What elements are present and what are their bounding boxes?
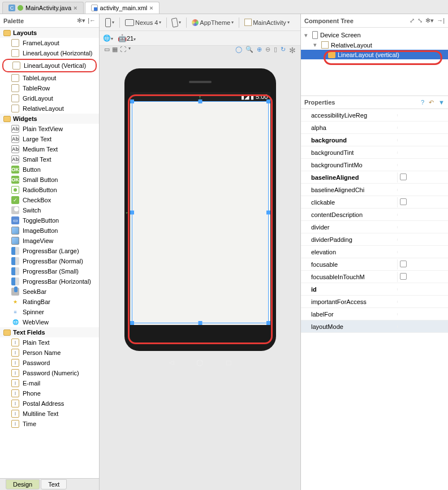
zoom-out-icon[interactable]: ⊖ — [265, 46, 270, 55]
checkbox[interactable] — [400, 174, 407, 180]
palette-item[interactable]: FrameLayout — [0, 38, 99, 48]
property-row[interactable]: contentDescription — [301, 209, 448, 221]
tab-text[interactable]: Text — [41, 479, 67, 489]
group-layouts[interactable]: Layouts — [0, 28, 99, 38]
palette-item[interactable]: AbSmall Text — [0, 154, 99, 164]
palette-item[interactable]: AbLarge Text — [0, 134, 99, 144]
checkbox[interactable] — [400, 273, 407, 280]
tab-mainactivity[interactable]: C MainActivity.java × — [2, 2, 84, 14]
design-canvas[interactable]: ▭ ▦ ⛶▾ ◯ 🔍 ⊕ ⊖ ▯ ↻ ✻ ▮◢ ▮ 5:00 — [100, 46, 300, 490]
property-row[interactable]: focusable — [301, 258, 448, 271]
property-row[interactable]: importantForAccess — [301, 296, 448, 308]
zoom-fit-icon[interactable]: 🔍 — [245, 46, 253, 55]
palette-item[interactable]: 🌐WebView — [0, 317, 99, 327]
device-btn[interactable]: ▾ — [103, 17, 117, 28]
property-value[interactable] — [397, 226, 448, 228]
palette-item[interactable]: IE-mail — [0, 378, 99, 388]
property-value[interactable] — [397, 197, 448, 207]
property-value[interactable] — [397, 139, 448, 141]
palette-item[interactable]: ProgressBar (Large) — [0, 246, 99, 256]
property-row[interactable]: background — [301, 134, 448, 146]
property-row[interactable]: id — [301, 283, 448, 296]
palette-item[interactable]: IPostal Address — [0, 398, 99, 409]
property-row[interactable]: baselineAlignedChi — [301, 184, 448, 196]
theme-selector[interactable]: AppTheme▾ — [189, 18, 236, 27]
property-row[interactable]: backgroundTintMo — [301, 159, 448, 171]
palette-item[interactable]: OKButton — [0, 164, 99, 175]
gear-icon[interactable]: ✻▾ — [77, 17, 85, 24]
palette-item[interactable]: IPhone — [0, 388, 99, 398]
expand-icon[interactable]: ⤢ — [410, 17, 415, 24]
property-row[interactable]: backgroundTint — [301, 146, 448, 159]
palette-item[interactable]: ≡Spinner — [0, 307, 99, 317]
properties-list[interactable]: accessibilityLiveRegalphabackgroundbackg… — [301, 109, 448, 490]
tree-node-linearlayout[interactable]: LinearLayout (vertical) — [301, 50, 448, 59]
palette-item[interactable]: IPassword (Numeric) — [0, 368, 99, 378]
palette-item[interactable]: IPassword — [0, 358, 99, 368]
palette-item[interactable]: TableRow — [0, 83, 99, 93]
checkbox[interactable] — [400, 261, 407, 267]
property-value[interactable] — [397, 313, 448, 315]
property-value[interactable] — [397, 251, 448, 253]
property-value[interactable] — [397, 259, 448, 270]
palette-item[interactable]: ▭ToggleButton — [0, 215, 99, 226]
palette-item[interactable]: ProgressBar (Small) — [0, 266, 99, 276]
palette-item[interactable]: IPerson Name — [0, 348, 99, 358]
component-tree[interactable]: ▾Device Screen ▾RelativeLayout LinearLay… — [301, 28, 448, 96]
close-icon[interactable]: × — [74, 5, 77, 11]
palette-item[interactable]: ★RatingBar — [0, 297, 99, 307]
property-row[interactable]: elevation — [301, 246, 448, 258]
property-row[interactable]: divider — [301, 221, 448, 233]
expand-icon[interactable]: ⛶ — [120, 46, 126, 53]
device-selector[interactable]: Nexus 4▾ — [123, 18, 163, 27]
property-value[interactable] — [397, 301, 448, 303]
palette-item[interactable]: ImageButton — [0, 226, 99, 236]
palette-item[interactable]: TableLayout — [0, 73, 99, 83]
property-value[interactable] — [397, 214, 448, 216]
property-row[interactable]: accessibilityLiveReg — [301, 109, 448, 122]
property-row[interactable]: alpha — [301, 122, 448, 134]
property-row[interactable]: clickable — [301, 196, 448, 209]
palette-item[interactable]: RelativeLayout — [0, 103, 99, 114]
tree-node-relativelayout[interactable]: ▾RelativeLayout — [301, 40, 448, 50]
property-value[interactable] — [397, 272, 448, 282]
property-value[interactable] — [397, 288, 448, 290]
palette-item[interactable]: AbMedium Text — [0, 144, 99, 154]
orientation-btn[interactable]: ▾ — [170, 17, 183, 28]
property-row[interactable]: baselineAligned — [301, 171, 448, 184]
tab-design[interactable]: Design — [6, 479, 40, 489]
align-icon[interactable]: ▦ — [112, 46, 118, 53]
gear-icon[interactable]: ✻ — [289, 46, 296, 55]
checkbox[interactable] — [400, 198, 407, 205]
property-row[interactable]: labelFor — [301, 308, 448, 320]
group-textfields[interactable]: Text Fields — [0, 327, 99, 337]
property-value[interactable] — [397, 172, 448, 183]
tab-activitymain[interactable]: activity_main.xml × — [85, 2, 160, 14]
palette-item[interactable]: SeekBar — [0, 287, 99, 297]
property-row[interactable]: focusableInTouchM — [301, 271, 448, 283]
palette-item[interactable]: ProgressBar (Horizontal) — [0, 276, 99, 287]
palette-item[interactable]: ProgressBar (Normal) — [0, 256, 99, 266]
collapse-icon[interactable]: ⤡ — [417, 17, 423, 24]
palette-item[interactable]: IMultiline Text — [0, 409, 99, 419]
capture-icon[interactable]: ▯ — [274, 46, 277, 55]
palette-item[interactable]: GridLayout — [0, 93, 99, 103]
reset-icon[interactable]: ↻ — [281, 46, 286, 55]
palette-item[interactable]: LinearLayout (Vertical) — [2, 59, 97, 72]
property-value[interactable] — [397, 326, 448, 328]
property-value[interactable] — [397, 239, 448, 241]
nowrap-icon[interactable]: ▭ — [104, 46, 110, 53]
palette-item[interactable]: AbPlain TextView — [0, 124, 99, 134]
palette-item[interactable]: LinearLayout (Horizontal) — [0, 48, 99, 58]
tree-node-device[interactable]: ▾Device Screen — [301, 30, 448, 40]
device-screen[interactable]: ▮◢ ▮ 5:00 ↑ ← — [130, 92, 270, 325]
arrow-icon[interactable]: |← — [88, 17, 96, 24]
palette-item[interactable]: Switch — [0, 205, 99, 215]
undo-icon[interactable]: ↶ — [429, 99, 434, 106]
hide-icon[interactable]: →| — [437, 17, 445, 24]
palette-item[interactable]: IPlain Text — [0, 337, 99, 348]
api-selector[interactable]: 🤖21▾ — [118, 34, 136, 42]
palette-item[interactable]: ✓CheckBox — [0, 195, 99, 205]
filter-icon[interactable]: ▼ — [438, 99, 445, 106]
property-row[interactable]: layoutMode — [301, 320, 448, 333]
